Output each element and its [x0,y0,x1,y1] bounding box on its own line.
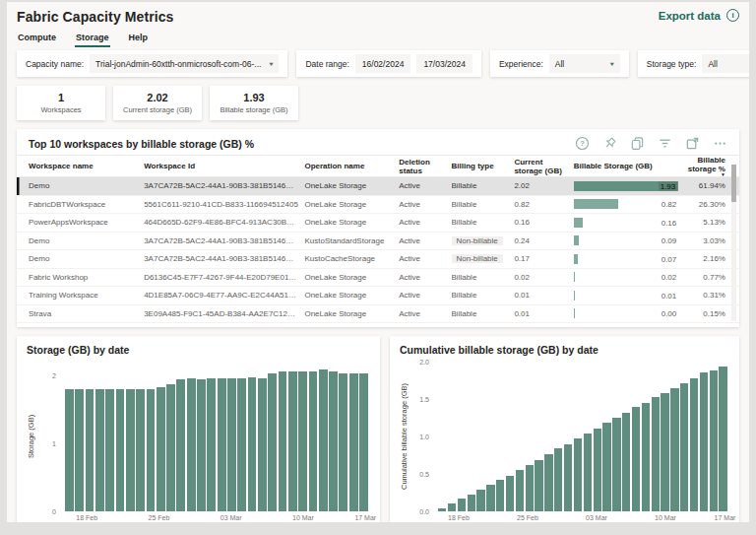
chart-bar[interactable] [594,429,601,511]
chart-bar[interactable] [187,378,196,511]
chart-bar[interactable] [176,379,185,511]
chart-bar[interactable] [700,372,708,511]
chart-bar[interactable] [710,370,718,511]
column-header[interactable]: Deletion status [399,158,451,175]
chart-bar[interactable] [126,389,135,511]
chart-bar[interactable] [218,378,226,511]
chart-bar[interactable] [197,379,206,511]
chart-bar[interactable] [526,465,534,511]
chart-bar[interactable] [86,389,94,511]
chart-bar[interactable] [157,387,165,511]
copy-icon[interactable] [630,136,645,151]
chart-bar[interactable] [166,384,175,511]
kpi-label: Workspaces [40,105,81,114]
chart-bar[interactable] [237,378,246,511]
chart-bar[interactable] [468,495,475,511]
chart-bar[interactable] [95,389,104,511]
column-header[interactable]: Workspace Id [144,162,304,170]
chart-bar[interactable] [506,476,514,511]
tab-storage[interactable]: Storage [75,30,110,47]
chart-bar[interactable] [612,418,620,511]
storage-type-dropdown[interactable]: All ▾ [702,54,749,73]
chart-bar[interactable] [476,490,484,511]
info-icon[interactable]: i [726,9,739,22]
chart-bar[interactable] [248,377,257,511]
column-header[interactable]: Billable storage %▼ [678,156,727,176]
chart-bar[interactable] [319,369,328,511]
chart-bar[interactable] [496,480,504,511]
table-row[interactable]: Demo3A7CA72B-5AC2-44A1-90B3-381B5146E30A… [17,250,739,269]
chart-bar[interactable] [288,371,297,511]
chart-bar[interactable] [268,373,277,511]
chart-bar[interactable] [602,423,610,511]
date-to-input[interactable]: 17/03/2024 [416,54,472,73]
chart-bar[interactable] [652,397,660,511]
tab-help[interactable]: Help [128,30,150,47]
filter-icon[interactable] [658,136,672,151]
visual-toolbar: ? [575,136,727,151]
tab-compute[interactable]: Compute [17,30,57,47]
chart-bar[interactable] [448,503,456,511]
table-row[interactable]: Fabric WorkshopD6136C45-E7F7-4267-9F44-E… [17,269,739,288]
cell-billable-storage-bar: 0.02 [574,269,679,287]
table-scrollbar[interactable] [731,165,736,321]
pin-icon[interactable] [602,136,617,151]
more-options-icon[interactable] [713,136,727,151]
chart-bar[interactable] [584,434,592,511]
chart-bar[interactable] [458,499,466,511]
help-icon[interactable]: ? [575,136,590,151]
focus-mode-icon[interactable] [685,136,700,151]
chart-bar[interactable] [564,444,572,511]
chart-bar[interactable] [349,373,358,511]
chart-bar[interactable] [670,388,678,511]
chart-bar[interactable] [544,454,552,511]
capacity-name-dropdown[interactable]: Trial-jonAdmin-60xtth-onmicrosoft-com-06… [90,54,279,73]
chart-bar[interactable] [207,378,216,511]
chart-bar[interactable] [116,389,125,511]
column-header[interactable]: Billing type [452,162,515,170]
table-row[interactable]: Training Workspace4D1E85A7-06C9-4E77-AA9… [17,287,739,305]
table-row[interactable]: Strava3E09A485-F9C1-45AD-B384-AA2E7C12C8… [17,305,739,324]
chart-bar[interactable] [136,389,145,511]
chart-bar[interactable] [622,413,630,511]
chart-bar[interactable] [279,371,287,511]
chart-bar[interactable] [690,378,698,511]
date-from-input[interactable]: 16/02/2024 [355,54,411,73]
column-header[interactable]: Workspace name [29,162,144,170]
column-header[interactable]: Operation name [304,162,399,170]
chart-bar[interactable] [359,373,368,511]
scrollbar-thumb[interactable] [731,165,736,202]
chart-bar[interactable] [516,470,524,511]
chart-bar[interactable] [258,378,267,511]
chart-bar[interactable] [661,393,668,511]
chart-bar[interactable] [147,389,156,511]
chart-bar[interactable] [65,389,74,511]
chart-bar[interactable] [680,383,688,511]
chart-bar[interactable] [642,403,650,511]
chart-bar[interactable] [574,438,582,511]
charts-row: Storage (GB) by date Storage (GB) 012 18… [17,336,739,522]
chart-bar[interactable] [309,371,318,511]
chart-bar[interactable] [535,460,542,511]
chart-bar[interactable] [554,448,562,511]
cell-deletion-status: Active [399,200,451,209]
export-data-button[interactable]: Export data i [659,9,739,22]
column-header[interactable]: Billable Storage (GB) [574,162,679,170]
chart-bar[interactable] [339,373,347,511]
cell-deletion-status: Active [399,309,451,318]
table-row[interactable]: FabricDBTWorkspace5561C611-9210-41CD-B83… [17,196,739,215]
table-row[interactable]: Demo3A7CA72B-5AC2-44A1-90B3-381B5146E30A… [17,233,739,251]
table-row[interactable]: PowerAppsWorkspace464D665D-62F9-4E86-BFC… [17,214,739,233]
chart-bar[interactable] [632,407,640,511]
chart-bar[interactable] [105,389,114,511]
chart-bar[interactable] [227,378,236,511]
experience-dropdown[interactable]: All ▾ [549,54,620,73]
x-tick-label: 03 Mar [220,514,242,521]
chart-bar[interactable] [329,371,338,511]
chart-bar[interactable] [486,485,494,511]
table-row[interactable]: Demo3A7CA72B-5AC2-44A1-90B3-381B5146E30A… [17,177,739,196]
chart-bar[interactable] [719,367,726,511]
chart-bar[interactable] [75,389,84,511]
chart-bar[interactable] [298,371,307,511]
column-header[interactable]: Current storage (GB) [514,158,573,175]
